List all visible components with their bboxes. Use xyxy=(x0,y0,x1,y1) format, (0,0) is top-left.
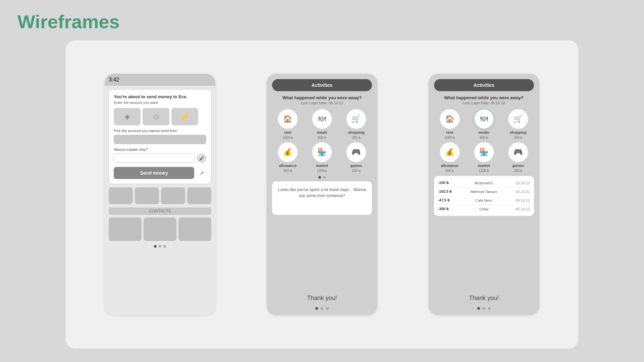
phone1-dot-2[interactable] xyxy=(159,245,161,248)
phone2-allowance-label: allowance xyxy=(279,164,297,168)
phone1-send-title: You're about to send money to Ece. xyxy=(114,94,206,99)
phone1-account-input[interactable] xyxy=(114,135,206,144)
phone1-avatar-3 xyxy=(161,187,185,204)
phone2-market-label: market xyxy=(316,164,328,168)
phone2-activity-grid: 🏠 rent 1600 ₺ 🍽 meals 600 ₺ 🛒 shopping 3… xyxy=(267,109,377,173)
phone1-avatar-2 xyxy=(135,187,159,204)
phone1-avatar-4 xyxy=(187,187,211,204)
phone1-time: 3:42 xyxy=(109,77,119,83)
phone2-bottom-dot-2[interactable] xyxy=(321,307,323,310)
phone2-meals-amount: 600 ₺ xyxy=(318,136,326,139)
phone3-bottom-dot-1[interactable] xyxy=(477,307,480,310)
phone2-allowance-icon: 💰 xyxy=(278,142,298,162)
phone2-rent-amount: 1600 ₺ xyxy=(282,136,293,139)
phone-frame-3: Activities What happened while you were … xyxy=(429,74,539,315)
phone2-shopping-amount: 300 ₺ xyxy=(352,136,360,139)
phone2-thank-you: Thank you! xyxy=(267,295,377,302)
phone2-market-amount: 1200 ₺ xyxy=(317,169,327,173)
phone2-activity-meals: 🍽 meals 600 ₺ xyxy=(306,109,338,139)
phone2-suggestion-box: Looks like you've spent a lot these days… xyxy=(272,181,372,215)
phone3-games-amount: 200 ₺ xyxy=(514,169,522,173)
phone3-market-label: market xyxy=(478,164,490,168)
phone3-activity-rent: 🏠 rent 1600 ₺ xyxy=(434,109,466,139)
phone3-activity-games: 🎮 games 200 ₺ xyxy=(502,142,534,173)
phone2-activity-allowance: 💰 allowance 500 ₺ xyxy=(272,142,304,173)
phone2-shopping-icon: 🛒 xyxy=(346,109,366,129)
phone2-rent-label: rent xyxy=(284,130,291,134)
phone1-explain-text: Wanna explain why? xyxy=(114,147,206,152)
phone3-name-2: Mehmet Tantuni xyxy=(458,190,510,194)
phone2-bottom-dot-1[interactable] xyxy=(315,307,318,310)
phone1-bottom-cards xyxy=(109,218,211,241)
phone3-shopping-label: shopping xyxy=(510,130,527,134)
phone2-allowance-amount: 500 ₺ xyxy=(283,169,292,173)
phone3-meals-amount: 600 ₺ xyxy=(480,136,488,139)
phone3-market-amount: 1200 ₺ xyxy=(479,169,489,173)
phone3-activity-meals[interactable]: 🍽 meals 600 ₺ xyxy=(468,109,500,139)
phone1-send-button[interactable]: Send money xyxy=(114,167,194,179)
phone1-bottom-section: CONTACTS xyxy=(109,187,211,241)
phone1-pick-text: Pick the account you wanna send from xyxy=(114,129,206,133)
phone2-meals-label: meals xyxy=(317,130,327,134)
phone1-explain-row: 🎤 xyxy=(114,154,206,163)
phone3-market-icon: 🏪 xyxy=(474,142,494,162)
phone2-dot-1[interactable] xyxy=(318,176,321,179)
phone2-shopping-label: shopping xyxy=(348,130,365,134)
phone3-allowance-amount: 500 ₺ xyxy=(445,169,454,173)
phone1-img-2: ◇ xyxy=(143,108,169,125)
phone1-dot-3[interactable] xyxy=(163,245,166,248)
phone3-bottom-dots xyxy=(429,307,539,310)
phone1-topbar: 3:42 xyxy=(105,74,215,86)
phone3-rent-amount: 1600 ₺ xyxy=(444,136,455,139)
phone3-amount-3: -47,5 ₺ xyxy=(438,198,458,202)
phone3-transaction-1: -150 ₺ Mcdonald's 10.10.22 xyxy=(438,179,530,187)
phone3-activity-shopping: 🛒 shopping 300 ₺ xyxy=(502,109,534,139)
phone3-date-2: 10.10.22 xyxy=(510,190,530,194)
phone2-what-happened: What happened while you were away? xyxy=(267,95,377,100)
phone3-games-icon: 🎮 xyxy=(508,142,528,162)
phone-frame-1: 3:42 You're about to send money to Ece. … xyxy=(105,74,215,315)
phone1-avatar-1 xyxy=(109,187,133,204)
phone3-bottom-dot-3[interactable] xyxy=(488,307,491,310)
phone3-transaction-3: -47,5 ₺ Cafe Nero 08.10.22 xyxy=(438,196,530,205)
phone3-transaction-2: -102,5 ₺ Mehmet Tantuni 10.10.22 xyxy=(438,187,530,196)
phone1-bottom-card-2 xyxy=(144,218,176,241)
phone3-date-4: 05.10.22 xyxy=(510,207,530,211)
phone3-transaction-4: -300 ₺ Chilai 05.10.22 xyxy=(438,205,530,213)
phone3-amount-1: -150 ₺ xyxy=(438,181,458,185)
phone3-allowance-label: allowance xyxy=(441,164,459,168)
phone3-games-label: games xyxy=(512,164,524,168)
phone3-rent-icon: 🏠 xyxy=(440,109,460,129)
phone2-bottom-dots xyxy=(267,307,377,310)
phone2-activity-shopping: 🛒 shopping 300 ₺ xyxy=(340,109,372,139)
phone1-explain-input[interactable] xyxy=(114,154,195,163)
phone2-pagination-dots xyxy=(267,176,377,179)
phone1-dot-1[interactable] xyxy=(154,245,157,248)
phone1-bottom-card-1 xyxy=(109,218,142,241)
phone-frame-2: Activities What happened while you were … xyxy=(267,74,377,315)
phone3-header-text: Activities xyxy=(474,82,494,88)
phone2-market-icon: 🏪 xyxy=(312,142,332,162)
phone3-last-login: Last Login Date: 06.10.22 xyxy=(429,101,539,105)
phone1-send-subtitle: Enter the amount you want xyxy=(114,101,206,105)
phone3-name-3: Cafe Nero xyxy=(458,198,510,202)
phone3-activity-allowance: 💰 allowance 500 ₺ xyxy=(434,142,466,173)
phone1-img-3: ⚡ xyxy=(171,108,198,125)
phone3-allowance-icon: 💰 xyxy=(440,142,460,162)
phone2-activity-market: 🏪 market 1200 ₺ xyxy=(306,142,338,173)
phone2-dot-2[interactable] xyxy=(323,176,326,179)
phone1-send-card: You're about to send money to Ece. Enter… xyxy=(109,89,211,184)
page-title: Wireframes xyxy=(17,11,120,33)
phone2-games-amount: 200 ₺ xyxy=(352,169,360,173)
phone1-avatar-row xyxy=(109,187,211,204)
phone2-activities-header: Activities xyxy=(272,79,372,91)
phone3-amount-4: -300 ₺ xyxy=(438,207,458,211)
phone3-amount-2: -102,5 ₺ xyxy=(438,189,458,194)
phone1-expand-icon[interactable]: ↗ xyxy=(197,168,206,178)
phone2-bottom-dot-3[interactable] xyxy=(326,307,329,310)
phone1-mic-button[interactable]: 🎤 xyxy=(197,154,206,163)
phone3-bottom-dot-2[interactable] xyxy=(483,307,485,310)
phone2-last-login: Last Login Date: 06.10.22 xyxy=(267,101,377,105)
phone1-send-btn-row: Send money ↗ xyxy=(114,167,206,179)
phone2-rent-icon: 🏠 xyxy=(278,109,298,129)
